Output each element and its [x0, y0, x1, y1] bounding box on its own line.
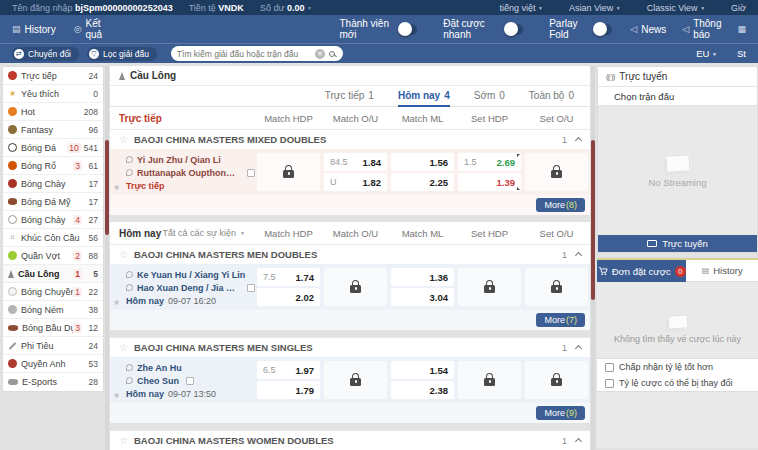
team-away[interactable]: Hao Xuan Deng / Jia Jun Xu: [137, 283, 240, 293]
choose-match-dropdown[interactable]: Chọn trận đấu: [598, 87, 757, 106]
search-box: ✕: [171, 46, 343, 61]
collapse-icon[interactable]: [575, 345, 582, 352]
quick-bet-toggle[interactable]: [505, 24, 523, 35]
tab-today[interactable]: Hôm nay4: [398, 86, 450, 107]
odds-cell-down[interactable]: 1.39: [458, 173, 521, 191]
odds-may-change-option[interactable]: Tỷ lệ cược có thể bị thay đổi: [597, 375, 758, 391]
sidebar-item-boxing[interactable]: Quyền Anh53: [3, 355, 103, 373]
match-ou-locked: [322, 268, 389, 308]
sidebar-item-soccer[interactable]: Bóng Đá10541: [3, 139, 103, 157]
notice-button[interactable]: ◁Thông báo: [682, 18, 721, 40]
collapse-icon[interactable]: [575, 438, 582, 445]
volleyball-icon: [8, 287, 17, 296]
sidebar-item-baseball[interactable]: Bóng Chày17: [3, 175, 103, 193]
team-away[interactable]: Ruttanapak Oupthong / Benyapa Ai: [137, 168, 240, 178]
odds-cell[interactable]: 2.25: [391, 173, 454, 191]
racket-icon: [126, 169, 133, 176]
tab-all[interactable]: Toàn bộ0: [529, 86, 574, 107]
stats-icon[interactable]: [247, 169, 255, 177]
sidebar-item-favorites[interactable]: ★Yêu thích0: [3, 85, 103, 103]
sidebar-item-fantasy[interactable]: Fantasy96: [3, 121, 103, 139]
lock-icon: [350, 285, 361, 293]
sidebar-item-badminton[interactable]: Cầu Lông15: [3, 265, 103, 283]
lock-icon: [484, 378, 495, 386]
language-dropdown[interactable]: tiếng việt ▼: [499, 3, 543, 13]
new-member-toggle[interactable]: [399, 24, 417, 35]
asian-view-dropdown[interactable]: Asian View ▼: [569, 3, 621, 13]
sidebar-scrollbar[interactable]: [105, 66, 109, 450]
odds-cell[interactable]: 3.04: [391, 288, 454, 306]
calendar-icon[interactable]: ▦: [737, 24, 746, 34]
odds-cell[interactable]: U1.82: [324, 173, 387, 191]
sidebar-item-handball[interactable]: Bóng Ném38: [3, 301, 103, 319]
main-scrollbar[interactable]: [591, 66, 595, 450]
odds-cell[interactable]: 7.51.74: [257, 268, 320, 286]
more-bets-button[interactable]: More(8): [536, 198, 585, 212]
tab-history[interactable]: ▤ History: [686, 260, 758, 282]
streaming-panel: ((·)) Trực tuyến Chọn trận đấu No Stream…: [597, 66, 758, 253]
team-home[interactable]: Zhe An Hu: [137, 363, 182, 373]
sidebar-item-darts[interactable]: Phi Tiêu24: [3, 337, 103, 355]
results-button[interactable]: ◎Kết quả: [74, 18, 112, 40]
match-hdp-odds: 7.51.74 2.02: [255, 268, 322, 308]
classic-view-dropdown[interactable]: Classic View ▼: [647, 3, 705, 13]
odds-cell-up[interactable]: 1.52.69: [458, 153, 521, 171]
tab-early[interactable]: Sớm0: [474, 86, 505, 107]
favorite-icon[interactable]: ★: [113, 183, 120, 192]
odds-cell[interactable]: 6.51.97: [257, 361, 320, 379]
sidebar-item-rugby[interactable]: Bóng Bầu Dục312: [3, 319, 103, 337]
sidebar-item-american-football[interactable]: Bóng Đá Mỹ17: [3, 193, 103, 211]
live-stream-button[interactable]: Trực tuyến: [598, 235, 757, 252]
sidebar-item-live[interactable]: Trực tiếp24: [3, 67, 103, 85]
odds-cell[interactable]: 1.56: [391, 153, 454, 171]
history-button[interactable]: ▤History: [12, 24, 56, 35]
odds-cell[interactable]: 1.79: [257, 381, 320, 399]
checkbox-icon[interactable]: [605, 379, 614, 388]
team-home[interactable]: Yi Jun Zhu / Qian Li: [137, 155, 221, 165]
sidebar-item-volleyball[interactable]: Bóng Chuyền122: [3, 283, 103, 301]
collapse-icon[interactable]: [575, 137, 582, 144]
favorite-icon[interactable]: ★: [113, 298, 120, 307]
league-header[interactable]: ☆ BAOJI CHINA MASTERS WOMEN DOUBLES 1: [110, 430, 590, 450]
odds-format-dropdown[interactable]: EU ▼: [696, 48, 717, 59]
stats-icon[interactable]: [186, 377, 194, 385]
odds-cell[interactable]: 1.54: [391, 361, 454, 379]
search-input[interactable]: [177, 49, 311, 59]
tab-live[interactable]: Trực tiếp1: [325, 86, 374, 107]
sidebar-item-esports[interactable]: E-Sports28: [3, 373, 103, 391]
parlay-toggle[interactable]: [594, 24, 612, 35]
sidebar-item-basketball[interactable]: Bóng Rổ361: [3, 157, 103, 175]
collapse-icon[interactable]: [575, 252, 582, 259]
match-ou-locked: [322, 361, 389, 401]
odds-cell[interactable]: 1.36: [391, 268, 454, 286]
odds-cell[interactable]: 84.51.84: [324, 153, 387, 171]
balance-dropdown[interactable]: Số dư 0.00 ▼: [260, 3, 312, 13]
league-filter-button[interactable]: ▽Lọc giải đấu: [87, 47, 157, 61]
sidebar-item-hockey[interactable]: ⌗Khúc Côn Cầu56: [3, 229, 103, 247]
accept-better-odds-option[interactable]: Chấp nhận tỷ lệ tốt hơn: [597, 359, 758, 375]
clear-icon[interactable]: ✕: [315, 49, 325, 59]
sidebar-item-baseball-2[interactable]: Bóng Chày427: [3, 211, 103, 229]
odds-cell[interactable]: 2.38: [391, 381, 454, 399]
more-bets-button[interactable]: More(9): [536, 406, 585, 420]
favorite-icon[interactable]: ★: [113, 391, 120, 400]
search-icon[interactable]: [329, 51, 335, 57]
all-events-dropdown[interactable]: Tất cả các sự kiện▼: [162, 228, 255, 238]
news-button[interactable]: ◁News: [630, 24, 666, 35]
odds-cell[interactable]: 2.02: [257, 288, 320, 306]
checkbox-icon[interactable]: [605, 363, 614, 372]
betslip-count-badge: 0: [675, 266, 686, 277]
stats-icon[interactable]: [247, 284, 255, 292]
tab-betslip[interactable]: Đơn đặt cược 0: [597, 260, 686, 282]
team-home[interactable]: Ke Yuan Hu / Xiang Yi Lin: [137, 270, 245, 280]
team-away[interactable]: Cheo Sun: [137, 376, 179, 386]
league-header[interactable]: ☆ BAOJI CHINA MASTERS MEN SINGLES 1: [110, 337, 590, 357]
sidebar-item-hot[interactable]: Hot208: [3, 103, 103, 121]
more-bets-button[interactable]: More(7): [536, 313, 585, 327]
league-header[interactable]: ☆ BAOJI CHINA MASTERS MIXED DOUBLES 1: [110, 129, 590, 149]
racket-icon: [126, 156, 133, 163]
clipped-menu-item[interactable]: Giờ: [731, 3, 746, 13]
league-header[interactable]: ☆ BAOJI CHINA MASTERS MEN DOUBLES 1: [110, 244, 590, 264]
sidebar-item-tennis[interactable]: Quần Vợt288: [3, 247, 103, 265]
transfer-button[interactable]: ⇄Chuyển đổi: [12, 47, 79, 61]
